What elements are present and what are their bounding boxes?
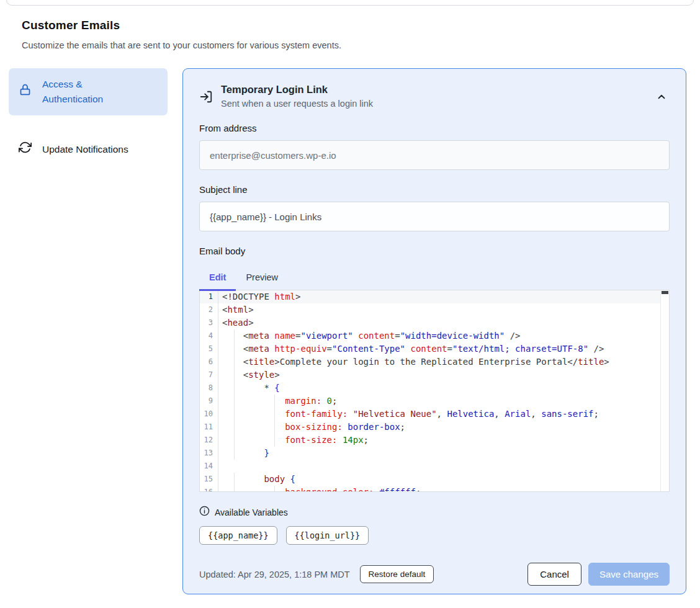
collapse-panel-button[interactable]: [653, 89, 670, 107]
line-number: 10: [200, 408, 218, 421]
indent-guide: [234, 421, 235, 434]
panel-header: Temporary Login Link Sent when a user re…: [199, 84, 670, 109]
code-line[interactable]: 2<html>: [200, 303, 660, 316]
variable-chips: {{app_name}} {{login_url}}: [199, 526, 670, 545]
line-number: 5: [200, 342, 218, 355]
page-description: Customize the emails that are sent to yo…: [22, 40, 678, 50]
code-line[interactable]: 10 font-family: "Helvetica Neue", Helvet…: [200, 408, 660, 421]
code-line-content: background-color: #ffffff;: [218, 486, 660, 492]
line-number: 3: [200, 316, 218, 329]
line-number: 15: [200, 473, 218, 486]
sidebar-item-access-authentication[interactable]: Access & Authentication: [9, 68, 168, 115]
indent-guide: [234, 434, 235, 447]
sidebar-item-label: Update Notifications: [42, 142, 128, 157]
indent-guide: [234, 329, 235, 342]
line-number: 7: [200, 369, 218, 382]
indent-guide: [234, 355, 235, 369]
line-number: 6: [200, 355, 218, 369]
email-body-tabs: Edit Preview: [199, 267, 670, 291]
code-line-content: font-family: "Helvetica Neue", Helvetica…: [218, 408, 660, 421]
editor-scrollbar[interactable]: [660, 290, 669, 491]
line-number: 11: [200, 421, 218, 434]
cancel-button[interactable]: Cancel: [527, 563, 581, 586]
page-title: Customer Emails: [22, 19, 678, 32]
from-address-input[interactable]: [199, 140, 670, 170]
code-line[interactable]: 11 box-sizing: border-box;: [200, 421, 660, 434]
save-changes-button[interactable]: Save changes: [588, 563, 670, 586]
line-number: 2: [200, 303, 218, 316]
updated-timestamp: Updated: Apr 29, 2025, 1:18 PM MDT: [199, 570, 350, 579]
line-number: 8: [200, 382, 218, 395]
code-line-content: <!DOCTYPE html>: [218, 290, 660, 303]
code-line[interactable]: 12 font-size: 14px;: [200, 434, 660, 447]
line-number: 9: [200, 395, 218, 408]
panel-subtitle: Sent when a user requests a login link: [221, 99, 373, 109]
indent-guide: [234, 369, 235, 382]
line-number: 14: [200, 460, 218, 473]
code-line[interactable]: 6 <title>Complete your login to the Repl…: [200, 355, 660, 369]
tab-edit[interactable]: Edit: [199, 267, 236, 291]
panel-header-text: Temporary Login Link Sent when a user re…: [221, 84, 373, 109]
code-line[interactable]: 5 <meta http-equiv="Content-Type" conten…: [200, 342, 660, 355]
code-line-content: <html>: [218, 303, 660, 316]
line-number: 16: [200, 486, 218, 492]
code-line[interactable]: 4 <meta name="viewport" content="width=d…: [200, 329, 660, 342]
code-lines[interactable]: 1<!DOCTYPE html>2<html>3<head>4 <meta na…: [200, 290, 660, 491]
code-line[interactable]: 16 background-color: #ffffff;: [200, 486, 660, 492]
sidebar-item-label: Access & Authentication: [42, 77, 135, 107]
indent-guide: [274, 434, 275, 447]
chevron-up-icon: [656, 95, 667, 104]
email-types-sidebar: Access & Authentication Update Notificat…: [9, 68, 168, 594]
previous-card-edge: [6, 0, 694, 6]
line-number: 4: [200, 329, 218, 342]
variable-chip-app-name[interactable]: {{app_name}}: [199, 526, 277, 545]
code-line-content: <meta name="viewport" content="width=dev…: [218, 329, 660, 342]
code-line[interactable]: 1<!DOCTYPE html>: [200, 290, 660, 303]
tab-preview[interactable]: Preview: [236, 267, 288, 291]
code-line[interactable]: 14: [200, 460, 660, 473]
indent-guide: [234, 447, 235, 460]
indent-guide: [234, 342, 235, 355]
code-line-content: body {: [218, 473, 660, 486]
login-icon: [199, 90, 213, 106]
indent-guide: [274, 408, 275, 421]
line-number: 12: [200, 434, 218, 447]
code-editor[interactable]: 1<!DOCTYPE html>2<html>3<head>4 <meta na…: [199, 290, 670, 492]
variable-chip-login-url[interactable]: {{login_url}}: [286, 526, 369, 545]
restore-default-button[interactable]: Restore default: [360, 565, 434, 583]
temporary-login-link-panel: Temporary Login Link Sent when a user re…: [182, 68, 686, 594]
code-line-content: * {: [218, 382, 660, 395]
indent-guide: [234, 382, 235, 395]
code-line-content: <style>: [218, 369, 660, 382]
line-number: 13: [200, 447, 218, 460]
refresh-icon: [19, 141, 32, 158]
code-line-content: <head>: [218, 316, 660, 329]
code-line[interactable]: 13 }: [200, 447, 660, 460]
code-line-content: <title>Complete your login to the Replic…: [218, 355, 660, 369]
info-icon[interactable]: [199, 506, 210, 519]
code-line[interactable]: 8 * {: [200, 382, 660, 395]
indent-guide: [234, 486, 235, 492]
code-line-content: [218, 460, 660, 473]
line-number: 1: [200, 290, 218, 303]
sidebar-item-update-notifications[interactable]: Update Notifications: [9, 133, 168, 166]
code-line[interactable]: 15 body {: [200, 473, 660, 486]
editor-scrollbar-thumb[interactable]: [662, 291, 668, 294]
code-line-content: }: [218, 447, 660, 460]
page-header: Customer Emails Customize the emails tha…: [0, 0, 700, 50]
code-line-content: <meta http-equiv="Content-Type" content=…: [218, 342, 660, 355]
subject-line-input[interactable]: [199, 202, 670, 231]
panel-title: Temporary Login Link: [221, 84, 373, 96]
indent-guide: [274, 421, 275, 434]
email-body-label: Email body: [199, 246, 670, 256]
code-line[interactable]: 7 <style>: [200, 369, 660, 382]
indent-guide: [274, 486, 275, 492]
code-line-content: box-sizing: border-box;: [218, 421, 660, 434]
code-line[interactable]: 3<head>: [200, 316, 660, 329]
indent-guide: [234, 395, 235, 408]
code-line[interactable]: 9 margin: 0;: [200, 395, 660, 408]
indent-guide: [234, 408, 235, 421]
panel-footer: Updated: Apr 29, 2025, 1:18 PM MDT Resto…: [199, 563, 670, 586]
available-variables-label: Available Variables: [215, 507, 288, 517]
from-address-label: From address: [199, 123, 670, 133]
